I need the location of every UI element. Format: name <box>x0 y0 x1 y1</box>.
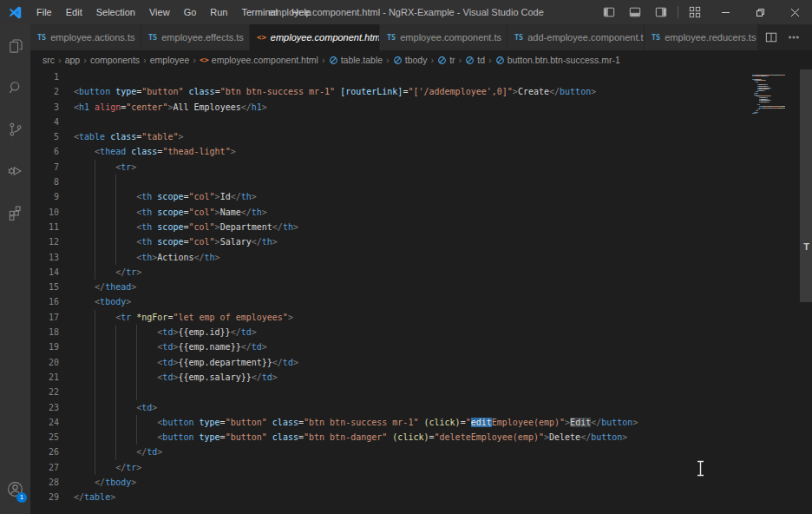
ts-file-icon: TS <box>652 33 660 42</box>
code-line: <th scope="col">Department</th> <box>74 220 751 234</box>
breadcrumb-separator-icon: › <box>193 55 196 65</box>
breadcrumb-separator-icon: › <box>83 55 87 65</box>
code-line: <button type="button" class="btn btn-dan… <box>74 430 751 445</box>
code-line: <button type="button" class="btn btn-suc… <box>74 84 751 99</box>
breadcrumb-separator-icon: › <box>459 55 462 65</box>
minimize-button[interactable] <box>708 0 743 24</box>
html-file-icon: <> <box>200 56 209 64</box>
breadcrumb-label: button.btn.btn-success.mr-1 <box>508 55 620 65</box>
breadcrumb-separator-icon: › <box>386 55 390 65</box>
breadcrumb-item[interactable]: <>employee.component.html <box>200 55 318 65</box>
window-controls <box>596 0 812 24</box>
ts-file-icon: TS <box>148 33 157 42</box>
code-line: <td>{{emp.id}}</td> <box>74 325 751 339</box>
vscode-logo-icon <box>8 5 23 20</box>
line-number: 24 <box>30 415 71 430</box>
line-number: 4 <box>30 115 71 129</box>
line-number: 16 <box>30 294 71 309</box>
tab-add-employee.component.ts[interactable]: TSadd-employee.component.ts <box>508 24 645 50</box>
settings-gear-icon[interactable] <box>0 507 30 514</box>
line-number: 25 <box>30 430 71 445</box>
extensions-icon[interactable] <box>0 197 30 227</box>
source-control-icon[interactable] <box>0 114 30 144</box>
tab-employee.component.html[interactable]: <>employee.component.html× <box>250 24 380 50</box>
line-number: 26 <box>30 445 71 459</box>
run-and-debug-icon[interactable] <box>0 155 30 186</box>
close-window-button[interactable] <box>777 0 812 24</box>
breadcrumb-item[interactable]: src <box>43 55 55 65</box>
tab-label: employee.actions.ts <box>50 32 134 43</box>
tab-employee.actions.ts[interactable]: TSemployee.actions.ts <box>30 24 141 50</box>
menu-view[interactable]: View <box>142 0 177 24</box>
code-line: </table> <box>74 490 751 504</box>
search-icon[interactable] <box>0 72 30 102</box>
menu-go[interactable]: Go <box>177 0 204 24</box>
breadcrumb-item[interactable]: tbody <box>393 55 428 65</box>
minimap[interactable] <box>752 73 785 125</box>
code-line: <button type="button" class="btn btn-suc… <box>74 415 751 430</box>
tab-employee.component.ts[interactable]: TSemployee.component.ts <box>380 24 508 50</box>
code-line: <h1 align="center">All Employees</h1> <box>74 100 751 115</box>
symbol-element-icon <box>437 56 447 65</box>
code-line: <td> <box>74 400 751 415</box>
code-line: </td> <box>74 445 751 459</box>
tab-label: add-employee.component.ts <box>527 32 645 43</box>
explorer-icon[interactable] <box>0 30 30 61</box>
breadcrumb-item[interactable]: components <box>90 55 140 65</box>
line-number: 13 <box>30 250 71 265</box>
code-editor[interactable]: 1234567891011121314151617181920212223242… <box>30 69 812 514</box>
breadcrumb-separator-icon: › <box>143 55 147 65</box>
editor-tab-bar: TSemployee.actions.tsTSemployee.effects.… <box>30 24 812 50</box>
title-bar: FileEditSelectionViewGoRunTerminalHelp e… <box>0 0 812 24</box>
breadcrumb-item[interactable]: app <box>65 55 81 65</box>
tab-actions <box>760 24 812 50</box>
breadcrumb-label: components <box>90 55 140 65</box>
code-line: <th scope="col">Salary</th> <box>74 234 751 249</box>
line-number-gutter: 1234567891011121314151617181920212223242… <box>30 69 71 505</box>
tab-employee.reducers.ts[interactable]: TSemployee.reducers.ts <box>645 24 758 50</box>
code-line: <td>{{emp.salary}}</td> <box>74 370 751 385</box>
breadcrumb-item[interactable]: table.table <box>329 55 383 65</box>
split-editor-icon[interactable] <box>760 24 783 50</box>
breadcrumb-item[interactable]: button.btn.btn-success.mr-1 <box>495 55 620 65</box>
breadcrumb-item[interactable]: tr <box>437 55 455 65</box>
accounts-icon[interactable]: 1 <box>0 474 30 504</box>
ts-file-icon: TS <box>514 33 523 42</box>
line-number: 7 <box>30 160 71 175</box>
breadcrumb: src›app›components›employee›<>employee.c… <box>30 50 812 69</box>
line-number: 27 <box>30 460 71 475</box>
account-badge: 1 <box>16 492 27 503</box>
line-number: 5 <box>30 129 71 144</box>
menu-selection[interactable]: Selection <box>89 0 142 24</box>
code-line: </tr> <box>74 265 751 280</box>
breadcrumb-item[interactable]: employee <box>150 55 190 65</box>
minimap-line <box>752 113 756 114</box>
tab-employee.effects.ts[interactable]: TSemployee.effects.ts <box>141 24 250 50</box>
code-line <box>74 175 751 189</box>
tab-label: employee.component.ts <box>400 32 501 43</box>
symbol-element-icon <box>393 56 403 65</box>
line-number: 1 <box>30 69 71 84</box>
code-line: <th scope="col">Id</th> <box>74 189 751 204</box>
titlebar-divider <box>678 6 678 18</box>
menu-run[interactable]: Run <box>203 0 234 24</box>
menu-file[interactable]: File <box>29 0 59 24</box>
breadcrumb-item[interactable]: td <box>465 55 485 65</box>
toggle-panel-icon[interactable] <box>622 0 648 24</box>
more-actions-icon[interactable] <box>783 24 805 50</box>
tab-label: employee.effects.ts <box>161 32 244 43</box>
restore-button[interactable] <box>743 0 777 24</box>
tab-label: employee.component.html <box>271 32 380 43</box>
customize-layout-icon[interactable] <box>682 0 708 24</box>
scrollbar-thumb[interactable] <box>800 69 812 302</box>
toggle-sidebar-icon[interactable] <box>596 0 622 24</box>
breadcrumb-label: tbody <box>405 55 428 65</box>
editor-scrollbar[interactable]: T <box>800 69 812 514</box>
line-number: 2 <box>30 84 71 99</box>
menu-edit[interactable]: Edit <box>59 0 89 24</box>
code-line: <tr *ngFor="let emp of employees"> <box>74 310 751 325</box>
breadcrumb-label: app <box>65 55 81 65</box>
toggle-secondary-sidebar-icon[interactable] <box>648 0 674 24</box>
code-line: <td>{{emp.name}}</td> <box>74 339 751 354</box>
line-number: 3 <box>30 100 71 115</box>
